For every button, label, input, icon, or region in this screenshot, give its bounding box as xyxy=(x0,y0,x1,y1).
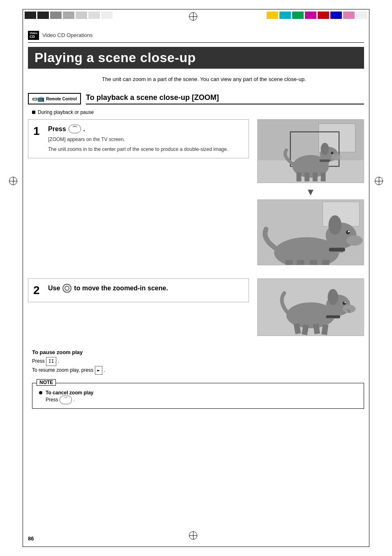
svg-rect-24 xyxy=(286,260,293,265)
step1-number: 1 xyxy=(33,125,43,153)
step1-desc2: The unit zooms in to the center part of … xyxy=(48,146,244,153)
note-box: NOTE To cancel zoom play Press ⌒ . xyxy=(32,383,364,409)
step1-left: 1 Press ⌒ . [ZOOM] appears on the TV scr… xyxy=(28,119,249,269)
note-period: . xyxy=(73,397,74,403)
pause-resume-text: To resume zoom play, press xyxy=(32,367,93,373)
intro-text: The unit can zoom in a part of the scene… xyxy=(102,75,364,83)
note-label: NOTE xyxy=(37,379,56,386)
pause-period2: . xyxy=(104,367,105,373)
svg-rect-12 xyxy=(313,172,318,181)
step2-use-label: Use xyxy=(48,285,60,292)
bar-segment xyxy=(88,12,100,19)
svg-point-7 xyxy=(331,154,341,160)
step1-area: 1 Press ⌒ . [ZOOM] appears on the TV scr… xyxy=(28,119,364,269)
bar-segment xyxy=(279,12,291,19)
svg-rect-27 xyxy=(322,260,330,265)
pause-line1: Press II . xyxy=(32,357,364,366)
page-content: Video CD Video CD Operations Playing a s… xyxy=(28,31,364,409)
pause-line2: To resume zoom play, press ► . xyxy=(32,366,364,375)
dog-svg-2 xyxy=(258,200,364,265)
during-note: During playback or pause xyxy=(32,109,364,115)
dog-svg-1 xyxy=(258,120,364,183)
note-item-content: To cancel zoom play Press ⌒ . xyxy=(46,390,93,404)
pause-press-label: Press xyxy=(32,358,45,364)
step2-rest-text: to move the zoomed-in scene. xyxy=(74,285,168,292)
bar-segment xyxy=(101,12,113,19)
step1-period: . xyxy=(83,125,85,133)
note-bullet-icon xyxy=(39,391,42,394)
step2-left: 2 Use to move the zoomed-in scene. xyxy=(28,278,249,339)
step1-desc1: [ZOOM] appears on the TV screen. xyxy=(48,136,244,143)
step2-right-image xyxy=(257,278,364,339)
remote-label: Remote Control xyxy=(46,97,77,101)
page-title-box: Playing a scene close-up xyxy=(28,47,364,69)
bar-segment xyxy=(356,12,367,19)
svg-rect-41 xyxy=(326,315,340,318)
dog-svg-3 xyxy=(258,279,364,336)
note-item: To cancel zoom play Press ⌒ . xyxy=(39,390,357,404)
step2-instruction: Use to move the zoomed-in scene. xyxy=(48,284,244,293)
step1-press-label: Press xyxy=(48,125,66,133)
svg-point-35 xyxy=(344,302,346,303)
svg-rect-11 xyxy=(304,172,309,181)
svg-point-32 xyxy=(327,289,338,305)
registration-mark-right xyxy=(375,177,383,185)
svg-rect-26 xyxy=(310,260,317,265)
bar-segment xyxy=(50,12,62,19)
svg-point-20 xyxy=(346,235,363,246)
dog-image-before-zoom xyxy=(257,119,364,183)
header-row: Video CD Video CD Operations xyxy=(28,31,364,40)
vcd-badge: Video CD xyxy=(28,31,39,40)
arrow-down-icon: ▼ xyxy=(257,186,364,198)
step2-number: 2 xyxy=(33,284,43,297)
bar-segment xyxy=(305,12,316,19)
section-subtitle: To playback a scene close-up [ZOOM] xyxy=(86,93,364,104)
bar-segment xyxy=(37,12,49,19)
remote-control-icon: ▭📺 Remote Control xyxy=(28,93,81,104)
during-note-text: During playback or pause xyxy=(38,109,94,115)
bar-segment xyxy=(292,12,304,19)
step2-content: Use to move the zoomed-in scene. xyxy=(48,284,244,297)
registration-mark-bottom xyxy=(189,531,197,540)
pause-section: To pause zoom play Press II . To resume … xyxy=(32,349,364,375)
color-bars-right xyxy=(267,12,367,19)
svg-point-8 xyxy=(331,152,333,154)
dog-image-zoomed xyxy=(257,199,364,265)
bar-segment xyxy=(330,12,342,19)
step2-box: 2 Use to move the zoomed-in scene. xyxy=(28,278,249,302)
step1-instruction: Press ⌒ . xyxy=(48,125,244,133)
border-left xyxy=(23,9,23,547)
bullet-icon xyxy=(32,111,35,114)
note-item-title: To cancel zoom play xyxy=(46,390,93,396)
svg-point-6 xyxy=(321,143,329,155)
bar-segment xyxy=(343,12,355,19)
border-right xyxy=(369,9,369,547)
zoom-button-symbol: ⌒ xyxy=(69,125,81,133)
step1-content: Press ⌒ . [ZOOM] appears on the TV scree… xyxy=(48,125,244,153)
step1-box: 1 Press ⌒ . [ZOOM] appears on the TV scr… xyxy=(28,119,249,158)
bar-segment xyxy=(63,12,74,19)
svg-rect-13 xyxy=(321,172,326,181)
cd-label: CD xyxy=(30,35,37,39)
pause-title: To pause zoom play xyxy=(32,349,364,355)
bar-segment xyxy=(267,12,278,19)
border-bottom xyxy=(23,547,369,547)
nav-wheel-icon xyxy=(62,284,71,293)
registration-mark-top xyxy=(189,12,197,21)
step1-images: ▼ xyxy=(257,119,364,269)
bar-segment xyxy=(318,12,329,19)
step2-area: 2 Use to move the zoomed-in scene. xyxy=(28,278,364,339)
remote-symbol: ▭📺 xyxy=(32,95,44,102)
svg-point-21 xyxy=(346,230,350,234)
resume-key: ► xyxy=(95,366,103,375)
header-divider xyxy=(28,42,364,43)
section-header: ▭📺 Remote Control To playback a scene cl… xyxy=(28,93,364,104)
svg-point-19 xyxy=(328,215,341,235)
color-bars-left xyxy=(25,12,113,19)
svg-point-22 xyxy=(348,231,350,232)
pause-period: . xyxy=(58,358,59,364)
svg-rect-14 xyxy=(320,160,330,162)
page-title: Playing a scene close-up xyxy=(35,50,196,65)
bar-segment xyxy=(76,12,87,19)
page-number: 86 xyxy=(28,535,34,542)
